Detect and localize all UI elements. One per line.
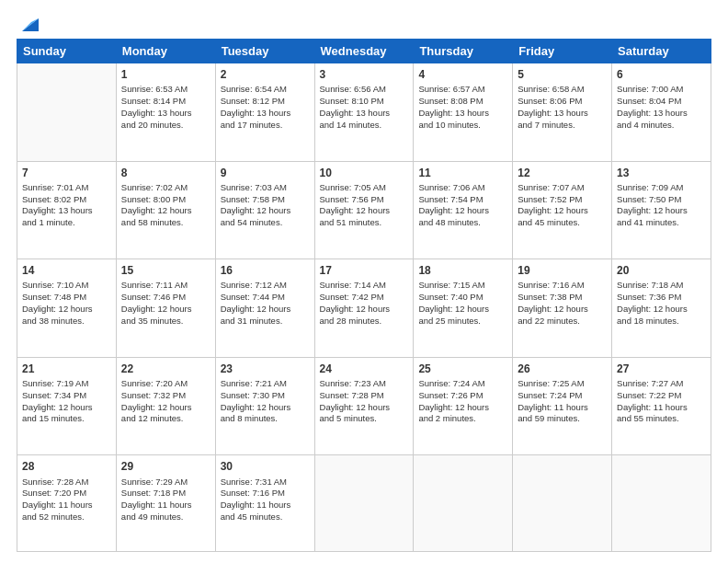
cell-text: Daylight: 12 hours [320, 304, 409, 316]
cell-text: Sunset: 7:42 PM [320, 292, 409, 304]
day-number: 20 [617, 263, 706, 278]
cell-text: Daylight: 12 hours [418, 205, 507, 217]
day-number: 14 [22, 263, 111, 278]
cell-text: and 35 minutes. [121, 316, 210, 327]
day-number: 26 [518, 362, 607, 376]
cell-text: Daylight: 12 hours [418, 402, 507, 414]
col-header-tuesday: Tuesday [215, 40, 314, 63]
cell-text: and 41 minutes. [617, 217, 706, 229]
cell-text: Daylight: 12 hours [320, 402, 409, 414]
cell-text: Daylight: 12 hours [221, 304, 310, 316]
day-number: 9 [221, 166, 310, 180]
cell-text: and 14 minutes. [320, 120, 409, 132]
cell-text: Daylight: 13 hours [121, 108, 210, 120]
cell-text: Sunrise: 7:16 AM [518, 280, 607, 292]
col-header-wednesday: Wednesday [314, 40, 414, 63]
calendar-cell: 5Sunrise: 6:58 AMSunset: 8:06 PMDaylight… [513, 63, 612, 162]
cell-text: Sunrise: 7:20 AM [121, 378, 210, 390]
cell-text: Sunset: 7:26 PM [418, 390, 507, 402]
cell-text: Sunset: 7:54 PM [418, 194, 507, 206]
cell-text: Sunrise: 7:31 AM [221, 477, 310, 488]
logo-icon [18, 17, 39, 33]
cell-text: Daylight: 11 hours [121, 500, 210, 511]
week-row-5: 28Sunrise: 7:28 AMSunset: 7:20 PMDayligh… [17, 455, 711, 552]
day-number: 24 [320, 362, 409, 376]
day-number: 27 [617, 362, 706, 376]
col-header-friday: Friday [513, 40, 612, 63]
day-number: 7 [22, 166, 111, 180]
cell-text: Sunrise: 6:53 AM [121, 84, 210, 96]
calendar-cell: 15Sunrise: 7:11 AMSunset: 7:46 PMDayligh… [116, 259, 215, 358]
cell-text: Sunrise: 7:02 AM [121, 182, 210, 194]
cell-text: Sunset: 7:34 PM [22, 390, 111, 402]
calendar-cell [612, 455, 711, 552]
calendar-cell: 8Sunrise: 7:02 AMSunset: 8:00 PMDaylight… [116, 161, 215, 259]
cell-text: Daylight: 12 hours [617, 304, 706, 316]
cell-text: Sunrise: 7:19 AM [22, 378, 111, 390]
calendar-cell: 29Sunrise: 7:29 AMSunset: 7:18 PMDayligh… [116, 455, 215, 552]
calendar-cell: 9Sunrise: 7:03 AMSunset: 7:58 PMDaylight… [215, 161, 314, 259]
cell-text: and 51 minutes. [320, 217, 409, 229]
cell-text: Daylight: 12 hours [518, 304, 607, 316]
cell-text: Daylight: 11 hours [221, 500, 310, 511]
cell-text: Sunrise: 7:07 AM [518, 182, 607, 194]
cell-text: and 22 minutes. [518, 316, 607, 327]
cell-text: Daylight: 13 hours [320, 108, 409, 120]
cell-text: and 15 minutes. [22, 413, 111, 425]
week-row-1: 1Sunrise: 6:53 AMSunset: 8:14 PMDaylight… [17, 63, 711, 162]
cell-text: and 28 minutes. [320, 316, 409, 327]
calendar-cell: 23Sunrise: 7:21 AMSunset: 7:30 PMDayligh… [215, 357, 314, 455]
calendar-cell: 12Sunrise: 7:07 AMSunset: 7:52 PMDayligh… [513, 161, 612, 259]
cell-text: Sunrise: 7:12 AM [221, 280, 310, 292]
day-number: 2 [221, 67, 310, 82]
cell-text: Sunrise: 7:00 AM [617, 84, 706, 96]
calendar-cell: 21Sunrise: 7:19 AMSunset: 7:34 PMDayligh… [17, 357, 117, 455]
cell-text: Sunset: 8:02 PM [22, 194, 111, 206]
day-number: 12 [518, 166, 607, 180]
cell-text: Sunrise: 7:29 AM [121, 477, 210, 488]
cell-text: Daylight: 12 hours [121, 402, 210, 414]
cell-text: and 55 minutes. [617, 413, 706, 425]
header [17, 17, 711, 29]
week-row-3: 14Sunrise: 7:10 AMSunset: 7:48 PMDayligh… [17, 259, 711, 358]
day-number: 29 [121, 459, 210, 474]
cell-text: Sunset: 8:04 PM [617, 96, 706, 108]
calendar-cell: 26Sunrise: 7:25 AMSunset: 7:24 PMDayligh… [513, 357, 612, 455]
cell-text: and 2 minutes. [418, 413, 507, 425]
cell-text: Sunrise: 7:01 AM [22, 182, 111, 194]
cell-text: Sunrise: 7:21 AM [221, 378, 310, 390]
cell-text: Sunrise: 7:03 AM [221, 182, 310, 194]
calendar-cell: 16Sunrise: 7:12 AMSunset: 7:44 PMDayligh… [215, 259, 314, 358]
cell-text: Sunrise: 7:10 AM [22, 280, 111, 292]
cell-text: Daylight: 13 hours [418, 108, 507, 120]
calendar-cell: 28Sunrise: 7:28 AMSunset: 7:20 PMDayligh… [17, 455, 117, 552]
day-number: 15 [121, 263, 210, 278]
calendar-cell: 30Sunrise: 7:31 AMSunset: 7:16 PMDayligh… [215, 455, 314, 552]
cell-text: Sunrise: 6:54 AM [221, 84, 310, 96]
calendar-cell [414, 455, 513, 552]
cell-text: Daylight: 11 hours [617, 402, 706, 414]
cell-text: Sunset: 7:24 PM [518, 390, 607, 402]
cell-text: and 17 minutes. [221, 120, 310, 132]
cell-text: Daylight: 12 hours [518, 205, 607, 217]
day-number: 17 [320, 263, 409, 278]
cell-text: Daylight: 13 hours [221, 108, 310, 120]
day-number: 28 [22, 459, 111, 474]
cell-text: Sunset: 7:22 PM [617, 390, 706, 402]
cell-text: Sunset: 7:44 PM [221, 292, 310, 304]
calendar-header-row: SundayMondayTuesdayWednesdayThursdayFrid… [17, 40, 711, 63]
cell-text: Sunrise: 7:05 AM [320, 182, 409, 194]
cell-text: Daylight: 12 hours [221, 402, 310, 414]
day-number: 16 [221, 263, 310, 278]
cell-text: Sunset: 7:58 PM [221, 194, 310, 206]
cell-text: Sunset: 7:52 PM [518, 194, 607, 206]
cell-text: Daylight: 13 hours [22, 205, 111, 217]
cell-text: Daylight: 13 hours [518, 108, 607, 120]
cell-text: and 58 minutes. [121, 217, 210, 229]
cell-text: Sunset: 8:00 PM [121, 194, 210, 206]
cell-text: Sunset: 7:28 PM [320, 390, 409, 402]
day-number: 13 [617, 166, 706, 180]
cell-text: and 8 minutes. [221, 413, 310, 425]
logo [17, 17, 39, 29]
cell-text: and 20 minutes. [121, 120, 210, 132]
